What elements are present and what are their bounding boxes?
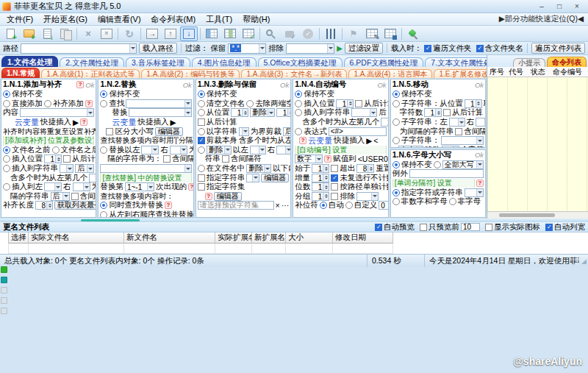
menu-item-1[interactable]: 开始更名(G): [38, 14, 93, 25]
help-icon[interactable]: ?: [476, 180, 484, 187]
number-spinner[interactable]: 1: [381, 118, 387, 127]
combo-box[interactable]: [141, 146, 159, 154]
exclude-filter-combo[interactable]: [286, 43, 334, 54]
tab-sub-6[interactable]: 1.E.扩展名修改: [434, 69, 487, 78]
column-layout-icon[interactable]: [221, 26, 239, 41]
radio-option[interactable]: 在文件名中: [198, 164, 245, 174]
help-icon[interactable]: ?: [324, 155, 331, 163]
combo-box[interactable]: [465, 188, 484, 197]
help-icon[interactable]: ?: [85, 100, 93, 107]
tab-main-6[interactable]: 6.PDF文档属性处理: [344, 57, 424, 67]
combo-box[interactable]: 删除: [207, 146, 232, 154]
add-folder-icon[interactable]: +: [20, 26, 37, 41]
combo-box[interactable]: [100, 164, 191, 173]
radio-option[interactable]: 插入位置: [295, 99, 334, 109]
text-input[interactable]: 请选择预设字符集: [198, 201, 274, 210]
small-button[interactable]: 编辑器: [214, 192, 242, 201]
onload-checkbox-0[interactable]: 遍历文件夹: [424, 43, 472, 54]
cloud-var-link[interactable]: 云变量: [308, 136, 332, 146]
number-spinner[interactable]: 1: [44, 154, 62, 163]
radio-option[interactable]: 保持不变: [3, 90, 43, 99]
text-input[interactable]: 0: [379, 201, 387, 210]
apply-filter-icon[interactable]: ▶: [337, 44, 343, 52]
flag-icon[interactable]: ⚑: [345, 26, 362, 41]
maximize-button[interactable]: □: [551, 1, 568, 12]
radio-option[interactable]: 保持不变: [295, 90, 334, 99]
mini-button-5[interactable]: [1, 308, 7, 314]
help-icon[interactable]: ?: [76, 81, 84, 88]
side-tab-0[interactable]: 小提示: [513, 58, 545, 67]
radio-option[interactable]: 补齐添加: [44, 99, 84, 109]
splitter-handle[interactable]: [81, 219, 140, 221]
radio-option[interactable]: 从左到右顺序查找并替换: [100, 210, 193, 218]
small-button[interactable]: 编辑器: [155, 127, 183, 136]
checkbox[interactable]: 含间隔符: [163, 154, 193, 164]
quick-locate-label[interactable]: ▶部分功能快速定位(Q)◀: [499, 14, 587, 24]
combo-box[interactable]: 数字: [295, 154, 323, 163]
command-list-scrollbar[interactable]: [487, 211, 588, 219]
stamp-icon[interactable]: ✓: [281, 26, 298, 41]
radio-option[interactable]: 保持不变: [392, 160, 432, 170]
combo-box[interactable]: 后: [51, 192, 70, 201]
radio-option[interactable]: 插入到字符串: [295, 108, 350, 118]
minimize-button[interactable]: –: [533, 1, 551, 12]
radio-option[interactable]: 插入到左: [3, 182, 43, 192]
keep-filter-combo[interactable]: *.*: [228, 43, 266, 54]
checkbox[interactable]: 超出: [331, 164, 355, 174]
cloud-var-link[interactable]: 云变量: [15, 118, 39, 127]
combo-box[interactable]: 向右: [398, 146, 423, 148]
combo-box[interactable]: [170, 146, 187, 154]
combo-box[interactable]: [476, 118, 485, 127]
save-table-icon[interactable]: [381, 26, 399, 41]
cloud-var-link[interactable]: 云变量: [112, 118, 136, 127]
checkbox[interactable]: 含间隔符: [222, 154, 262, 164]
checkbox[interactable]: 从后计算: [63, 154, 96, 164]
radio-option[interactable]: 同时查找并替换: [100, 201, 163, 210]
menu-item-0[interactable]: 文件(F): [1, 14, 38, 25]
combo-box[interactable]: [356, 192, 379, 201]
number-spinner[interactable]: 1: [312, 192, 329, 201]
combo-box[interactable]: 后: [75, 164, 94, 173]
pin-icon[interactable]: [404, 26, 422, 41]
radio-option[interactable]: 自定义: [345, 201, 378, 210]
preview-count-input[interactable]: 10: [461, 223, 480, 231]
text-input[interactable]: [409, 169, 484, 178]
load-path-button[interactable]: 载入路径: [139, 43, 177, 54]
tab-sub-3[interactable]: 1.A.高级(2)：编码与转换等: [141, 69, 240, 78]
radio-option[interactable]: 保持不变: [100, 90, 140, 99]
mini-button-2[interactable]: [1, 277, 7, 283]
command-table-icon[interactable]: ✓: [240, 26, 257, 41]
checkbox[interactable]: 指定字符集: [198, 182, 245, 192]
radio-option[interactable]: 从位置: [198, 108, 230, 118]
help-icon[interactable]: ?: [299, 137, 306, 144]
onload-checkbox-1[interactable]: 含文件夹名: [476, 43, 524, 54]
combo-box[interactable]: [20, 108, 94, 117]
help-icon[interactable]: ?: [165, 202, 172, 209]
checkbox[interactable]: 指定字符串: [198, 173, 245, 182]
mini-button-1[interactable]: [1, 266, 7, 273]
combo-box[interactable]: [250, 146, 266, 154]
radio-option[interactable]: 保持不变: [198, 90, 237, 99]
apply-check-icon[interactable]: ✓: [299, 26, 317, 41]
number-spinner[interactable]: 1: [424, 108, 442, 117]
scrollbar-thumb[interactable]: [499, 213, 554, 217]
file-list-option-0[interactable]: 自动预览: [375, 222, 415, 232]
menu-item-5[interactable]: 帮助(H): [237, 14, 275, 25]
radio-option[interactable]: 非字母: [449, 197, 481, 207]
column-header[interactable]: 大小: [286, 232, 333, 244]
file-list-option-3[interactable]: 自动列宽: [545, 222, 585, 232]
radio-option[interactable]: 指定字符或字符串: [392, 188, 463, 197]
radio-option[interactable]: 插入位置: [3, 154, 43, 164]
number-spinner[interactable]: 1: [336, 99, 354, 108]
help-icon[interactable]: ?: [205, 193, 212, 200]
number-spinner[interactable]: 8: [356, 164, 374, 173]
small-button[interactable]: 编辑器: [261, 174, 289, 182]
tab-sub-5[interactable]: 1.A.高级(4)：语言脚本: [348, 69, 432, 78]
small-button[interactable]: 获取列表最长: [54, 201, 96, 210]
new-file-icon[interactable]: +: [1, 26, 19, 41]
checkbox[interactable]: 含间隔符: [71, 192, 96, 202]
column-header[interactable]: 新扩展名: [252, 232, 286, 244]
tab-main-7[interactable]: 7.文本文件属性处理: [425, 57, 487, 67]
checkbox[interactable]: 区分大小写: [106, 127, 154, 136]
combo-box[interactable]: [276, 146, 290, 154]
